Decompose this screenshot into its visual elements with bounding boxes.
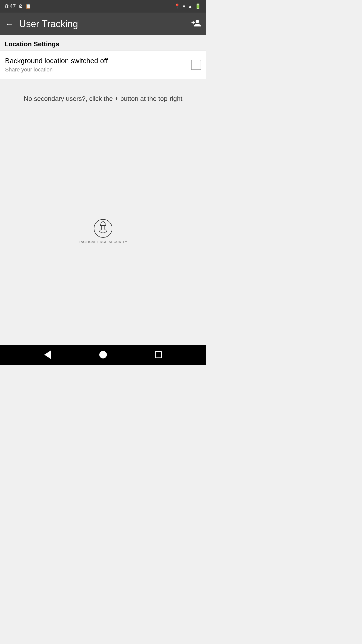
nav-bar [0, 345, 206, 365]
app-bar: ← User Tracking [0, 13, 206, 35]
nav-back-icon [44, 350, 51, 359]
status-bar-right: 📍 ▾ ▲ 🔋 [174, 3, 201, 9]
background-location-title: Background location switched off [5, 57, 108, 65]
background-location-checkbox[interactable] [191, 60, 201, 70]
nav-home-button[interactable] [96, 347, 111, 362]
branding-section: TACTICAL EDGE SECURITY [0, 118, 206, 249]
brand-text: TACTICAL EDGE SECURITY [79, 240, 127, 244]
brand-logo-icon [93, 218, 113, 238]
card-text: Background location switched off Share y… [5, 57, 108, 73]
status-time: 8:47 [5, 3, 16, 10]
status-bar-left: 8:47 ⚙ 📋 [5, 3, 31, 10]
signal-icon: ▲ [188, 4, 192, 9]
nav-back-button[interactable] [40, 347, 55, 362]
page-title: User Tracking [19, 19, 186, 29]
battery-icon: 🔋 [195, 3, 201, 9]
svg-point-0 [94, 219, 112, 237]
nav-recent-icon [155, 351, 162, 358]
empty-state-message: No secondary users?, click the + button … [0, 80, 206, 118]
clipboard-icon: 📋 [25, 4, 31, 9]
wifi-icon: ▾ [183, 3, 185, 9]
location-icon: 📍 [174, 3, 180, 9]
nav-recent-button[interactable] [151, 347, 166, 362]
background-location-subtitle: Share your location [5, 66, 108, 73]
add-user-button[interactable] [191, 18, 201, 30]
status-bar: 8:47 ⚙ 📋 📍 ▾ ▲ 🔋 [0, 0, 206, 13]
main-content: Location Settings Background location sw… [0, 35, 206, 345]
background-location-card: Background location switched off Share y… [0, 51, 206, 79]
back-button[interactable]: ← [5, 19, 14, 28]
location-settings-header: Location Settings [0, 35, 206, 51]
nav-home-icon [99, 351, 107, 358]
add-user-icon [191, 18, 201, 28]
settings-icon: ⚙ [18, 3, 23, 9]
